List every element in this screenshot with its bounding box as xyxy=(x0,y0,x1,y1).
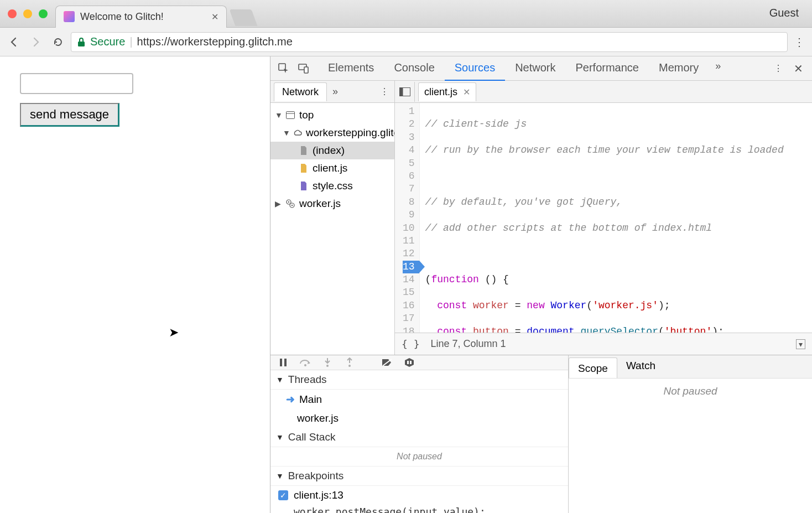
svg-point-14 xyxy=(304,364,306,366)
svg-rect-4 xyxy=(287,112,295,119)
pause-button[interactable] xyxy=(276,355,290,370)
watch-tab[interactable]: Watch xyxy=(617,355,664,378)
device-toggle-icon[interactable] xyxy=(294,59,314,79)
send-message-button[interactable]: send message xyxy=(20,103,119,127)
call-stack-empty: Not paused xyxy=(270,447,568,467)
tab-close-button[interactable]: ✕ xyxy=(211,12,218,22)
file-tree: ▼ top ▼ workerstepping.glitch xyxy=(270,103,394,355)
gear-icon xyxy=(285,198,296,209)
scope-watch-tabs: Scope Watch xyxy=(569,355,812,379)
browser-menu-button[interactable]: ⋮ xyxy=(791,35,808,49)
navigator-tab-network[interactable]: Network xyxy=(274,82,327,101)
step-into-button[interactable] xyxy=(320,355,335,370)
debugger-toolbar xyxy=(270,355,568,370)
chevron-down-icon: ▼ xyxy=(276,471,284,480)
code-lines[interactable]: // client-side js // run by the browser … xyxy=(420,103,789,333)
profile-label[interactable]: Guest xyxy=(769,7,799,19)
devtools-close-button[interactable]: ✕ xyxy=(788,60,809,77)
svg-rect-3 xyxy=(304,67,308,73)
cloud-icon xyxy=(293,127,303,138)
tree-label: worker.js xyxy=(299,198,341,210)
new-tab-button[interactable] xyxy=(230,9,258,26)
toggle-navigator-icon[interactable] xyxy=(395,82,415,102)
navigator-tabs-more-icon[interactable]: » xyxy=(327,86,343,97)
show-console-icon[interactable]: ▾ xyxy=(796,339,805,349)
threads-header[interactable]: ▼ Threads xyxy=(270,370,568,390)
document-icon xyxy=(298,145,309,156)
scope-tab[interactable]: Scope xyxy=(569,357,617,378)
svg-rect-12 xyxy=(280,359,282,366)
call-stack-header[interactable]: ▼ Call Stack xyxy=(270,428,568,447)
step-out-button[interactable] xyxy=(342,355,357,370)
chevron-down-icon: ▼ xyxy=(276,375,284,384)
navigator-header: Network » ⋮ xyxy=(270,81,394,103)
tabs-overflow-icon[interactable]: » xyxy=(709,56,727,81)
svg-point-9 xyxy=(292,205,293,206)
message-input[interactable] xyxy=(20,73,133,94)
svg-rect-19 xyxy=(407,361,409,364)
pause-on-exceptions-button[interactable] xyxy=(402,355,417,370)
sources-panel: Network » ⋮ ▼ top ▼ xyxy=(270,81,812,355)
svg-point-8 xyxy=(288,201,289,203)
devtools-panel: Elements Console Sources Network Perform… xyxy=(270,56,812,513)
svg-rect-11 xyxy=(399,87,403,96)
tree-node-domain[interactable]: ▼ workerstepping.glitch xyxy=(270,124,394,142)
code-editor[interactable]: 123456789101112131415161718 // client-si… xyxy=(395,103,812,333)
tab-title: Welcome to Glitch! xyxy=(80,11,206,23)
thread-main[interactable]: Main xyxy=(270,390,568,409)
editor-tab-label: client.js xyxy=(424,86,457,98)
tab-sources[interactable]: Sources xyxy=(445,56,505,81)
thread-label: worker.js xyxy=(297,412,339,424)
navigator-panel: Network » ⋮ ▼ top ▼ xyxy=(270,81,395,355)
breakpoint-code: worker.postMessage(input.value); xyxy=(270,505,568,513)
editor-tab-close-button[interactable]: ✕ xyxy=(463,87,470,97)
tab-performance[interactable]: Performance xyxy=(566,56,649,81)
svg-marker-18 xyxy=(405,358,414,367)
back-button[interactable] xyxy=(4,33,23,51)
tree-file-index[interactable]: (index) xyxy=(270,142,394,159)
pretty-print-icon[interactable]: { } xyxy=(402,338,420,350)
chevron-right-icon: ▶ xyxy=(275,199,282,208)
tree-node-worker[interactable]: ▶ worker.js xyxy=(270,195,394,213)
chevron-down-icon: ▼ xyxy=(275,111,282,120)
tab-elements[interactable]: Elements xyxy=(318,56,384,81)
deactivate-breakpoints-button[interactable] xyxy=(380,355,394,370)
inspect-element-icon[interactable] xyxy=(274,59,294,79)
breakpoints-header[interactable]: ▼ Breakpoints xyxy=(270,467,568,486)
tree-file-client-js[interactable]: client.js xyxy=(270,159,394,177)
window-close-button[interactable] xyxy=(8,9,17,18)
address-bar[interactable]: Secure | https://workerstepping.glitch.m… xyxy=(71,32,788,52)
window-minimize-button[interactable] xyxy=(23,9,32,18)
breakpoint-marker[interactable]: 13 xyxy=(403,261,419,273)
breakpoints-label: Breakpoints xyxy=(288,470,343,482)
tab-console[interactable]: Console xyxy=(384,56,444,81)
tab-network[interactable]: Network xyxy=(505,56,565,81)
editor-area: client.js ✕ 123456789101112131415161718 … xyxy=(395,81,812,355)
svg-rect-13 xyxy=(284,359,287,366)
line-gutter[interactable]: 123456789101112131415161718 xyxy=(395,103,420,333)
tree-file-style-css[interactable]: style.css xyxy=(270,177,394,195)
thread-label: Main xyxy=(299,393,322,406)
forward-button[interactable] xyxy=(27,33,45,51)
step-over-button[interactable] xyxy=(298,355,313,370)
thread-worker[interactable]: worker.js xyxy=(270,409,568,428)
devtools-tabs: Elements Console Sources Network Perform… xyxy=(318,56,727,81)
tree-label: top xyxy=(299,109,314,121)
navigator-menu-icon[interactable]: ⋮ xyxy=(374,86,394,97)
svg-point-15 xyxy=(326,365,329,367)
tree-label: client.js xyxy=(313,162,347,174)
editor-status-bar: { } Line 7, Column 1 ▾ xyxy=(395,333,812,355)
threads-label: Threads xyxy=(288,374,327,386)
window-zoom-button[interactable] xyxy=(39,9,48,18)
tree-node-top[interactable]: ▼ top xyxy=(270,106,394,124)
breakpoint-checkbox[interactable]: ✓ xyxy=(278,490,288,500)
devtools-menu-icon[interactable]: ⋮ xyxy=(774,63,783,74)
traffic-lights xyxy=(0,9,55,18)
debugger-left: ▼ Threads Main worker.js ▼ Call Stack No… xyxy=(270,355,569,513)
tab-memory[interactable]: Memory xyxy=(649,56,709,81)
browser-tab[interactable]: Welcome to Glitch! ✕ xyxy=(55,6,227,28)
tree-label: (index) xyxy=(313,144,345,157)
breakpoint-item[interactable]: ✓ client.js:13 xyxy=(270,486,568,505)
reload-button[interactable] xyxy=(49,33,67,51)
editor-tab-client-js[interactable]: client.js ✕ xyxy=(418,82,476,101)
